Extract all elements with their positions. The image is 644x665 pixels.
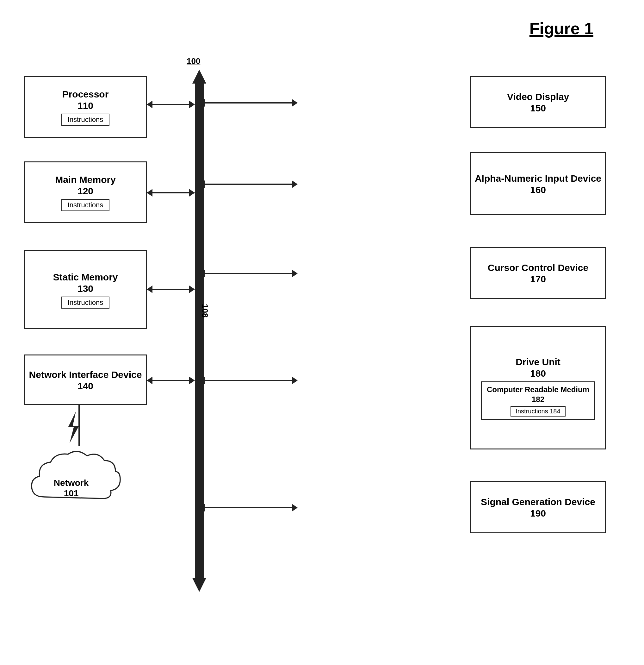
static-memory-instructions: Instructions bbox=[61, 297, 110, 309]
static-memory-arrow bbox=[147, 289, 195, 290]
system-bus bbox=[193, 70, 206, 592]
main-memory-number: 120 bbox=[78, 186, 93, 196]
video-display-box: Video Display 150 bbox=[470, 76, 606, 128]
cursor-control-title: Cursor Control Device bbox=[488, 262, 588, 274]
svg-text:101: 101 bbox=[64, 488, 79, 498]
cursor-control-box: Cursor Control Device 170 bbox=[470, 247, 606, 299]
static-memory-box: Static Memory 130 Instructions bbox=[24, 250, 147, 329]
bus-arrow-down bbox=[192, 578, 206, 592]
drive-unit-title: Drive Unit bbox=[515, 356, 561, 368]
processor-title: Processor bbox=[62, 88, 109, 100]
main-memory-box: Main Memory 120 Instructions bbox=[24, 162, 147, 223]
lightning-bolt bbox=[62, 412, 84, 443]
network-cloud: Network 101 bbox=[19, 446, 123, 510]
video-display-number: 150 bbox=[530, 103, 546, 114]
signal-generation-title: Signal Generation Device bbox=[481, 496, 595, 508]
alpha-numeric-arrow bbox=[199, 184, 297, 185]
drive-unit-number: 180 bbox=[530, 368, 546, 379]
bus-side-label: 108 bbox=[200, 304, 210, 318]
video-display-title: Video Display bbox=[507, 91, 569, 103]
processor-box: Processor 110 Instructions bbox=[24, 76, 147, 138]
network-interface-arrow bbox=[147, 380, 195, 381]
crm-instructions: Instructions 184 bbox=[510, 406, 565, 417]
alpha-numeric-number: 160 bbox=[530, 185, 546, 195]
network-interface-title: Network Interface Device bbox=[29, 368, 142, 381]
static-memory-title: Static Memory bbox=[53, 271, 118, 283]
main-memory-title: Main Memory bbox=[55, 173, 116, 186]
network-vertical-line bbox=[78, 405, 80, 446]
signal-generation-box: Signal Generation Device 190 bbox=[470, 481, 606, 533]
bus-arrow-up bbox=[192, 70, 206, 83]
processor-number: 110 bbox=[78, 100, 93, 111]
figure-title: Figure 1 bbox=[529, 19, 593, 38]
drive-unit-arrow bbox=[199, 380, 297, 381]
main-memory-instructions: Instructions bbox=[61, 199, 110, 211]
svg-text:Network: Network bbox=[54, 478, 89, 488]
crm-box: Computer Readable Medium 182 Instruction… bbox=[481, 381, 595, 420]
cursor-control-arrow bbox=[199, 273, 297, 274]
static-memory-number: 130 bbox=[78, 283, 93, 294]
crm-title: Computer Readable Medium bbox=[486, 384, 590, 394]
signal-generation-number: 190 bbox=[530, 508, 546, 519]
network-interface-number: 140 bbox=[78, 381, 93, 392]
video-display-arrow bbox=[199, 102, 297, 103]
processor-instructions: Instructions bbox=[61, 114, 110, 126]
cursor-control-number: 170 bbox=[530, 274, 546, 285]
alpha-numeric-box: Alpha-Numeric Input Device 160 bbox=[470, 152, 606, 215]
svg-marker-2 bbox=[68, 412, 79, 443]
main-memory-arrow bbox=[147, 192, 195, 193]
crm-number: 182 bbox=[486, 394, 590, 404]
signal-generation-arrow bbox=[199, 507, 297, 508]
bus-top-label: 100 bbox=[187, 56, 200, 66]
drive-unit-box: Drive Unit 180 Computer Readable Medium … bbox=[470, 326, 606, 450]
network-interface-box: Network Interface Device 140 bbox=[24, 355, 147, 405]
processor-arrow bbox=[147, 104, 195, 105]
alpha-numeric-title: Alpha-Numeric Input Device bbox=[475, 172, 601, 185]
